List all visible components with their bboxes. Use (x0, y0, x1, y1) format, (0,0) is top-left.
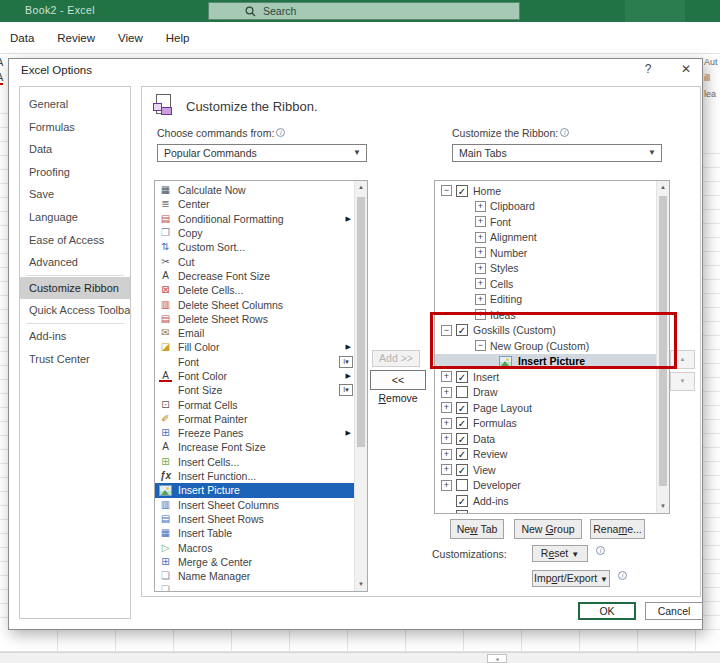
expand-icon[interactable]: + (475, 278, 486, 289)
command-item[interactable]: ❏ (155, 583, 354, 592)
sidebar-item-formulas[interactable]: Formulas (20, 116, 130, 139)
move-up-button[interactable]: ▲ (670, 350, 695, 369)
command-item-copy[interactable]: ❐Copy (155, 226, 354, 240)
command-item-format-cells[interactable]: ⊡Format Cells (155, 397, 354, 411)
checkbox-checked[interactable]: ✓ (456, 448, 468, 460)
collapse-icon[interactable]: − (475, 340, 486, 351)
command-item-calculate-now[interactable]: ▦Calculate Now (155, 183, 354, 197)
command-item-macros[interactable]: ▷Macros (155, 540, 354, 554)
tree-item-ideas[interactable]: +Ideas (435, 307, 656, 323)
checkbox-checked[interactable]: ✓ (456, 433, 468, 445)
expand-icon[interactable]: + (475, 309, 486, 320)
expand-icon[interactable]: + (441, 464, 452, 475)
command-item-font-size[interactable]: Font SizeΙ▾ (155, 383, 354, 397)
tree-item-clipboard[interactable]: +Clipboard (435, 199, 656, 215)
expand-icon[interactable]: + (441, 449, 452, 460)
tree-item-insert[interactable]: +✓Insert (435, 369, 656, 385)
scroll-thumb[interactable] (357, 197, 365, 447)
checkbox-unchecked[interactable] (456, 479, 468, 491)
checkbox-checked[interactable]: ✓ (456, 495, 468, 507)
tree-item-add-ins[interactable]: ✓Add-ins (435, 493, 656, 509)
tree-item-new-group-custom-[interactable]: −New Group (Custom) (435, 338, 656, 354)
tree-item-styles[interactable]: +Styles (435, 261, 656, 277)
sidebar-item-data[interactable]: Data (20, 138, 130, 161)
expand-icon[interactable]: + (441, 433, 452, 444)
sidebar-item-proofing[interactable]: Proofing (20, 161, 130, 184)
import-export-button[interactable]: Import/Export▼ (532, 570, 610, 587)
sidebar-item-trust-center[interactable]: Trust Center (20, 348, 130, 371)
sidebar-item-quick-access-toolbar[interactable]: Quick Access Toolbar (20, 299, 130, 322)
command-item-insert-function-[interactable]: ƒxInsert Function... (155, 469, 354, 483)
command-item-font-color[interactable]: AFont Color▶ (155, 369, 354, 383)
sidebar-item-add-ins[interactable]: Add-ins (20, 325, 130, 348)
checkbox-checked[interactable]: ✓ (456, 324, 468, 336)
tree-item-developer[interactable]: +Developer (435, 478, 656, 494)
menu-item-view[interactable]: View (118, 32, 143, 44)
expand-icon[interactable]: + (475, 216, 486, 227)
rename-button[interactable]: Rename... (590, 519, 645, 539)
command-item-cut[interactable]: ✂Cut (155, 254, 354, 268)
search-input[interactable]: Search (208, 2, 520, 20)
sheet-scroll-handle[interactable]: ◂ (487, 654, 507, 663)
command-item-insert-picture[interactable]: Insert Picture (155, 483, 354, 497)
command-item-freeze-panes[interactable]: ⊞Freeze Panes▶ (155, 426, 354, 440)
customize-ribbon-dropdown[interactable]: Main Tabs▼ (452, 144, 662, 162)
checkbox-unchecked[interactable] (456, 510, 468, 514)
sidebar-item-ease-of-access[interactable]: Ease of Access (20, 229, 130, 252)
tree-scrollbar[interactable]: ▲ ▼ (656, 181, 669, 513)
expand-icon[interactable]: + (441, 371, 452, 382)
command-item-delete-cells-[interactable]: ⊠Delete Cells... (155, 283, 354, 297)
command-item-email[interactable]: ✉Email (155, 326, 354, 340)
command-item-insert-sheet-rows[interactable]: ▤Insert Sheet Rows (155, 512, 354, 526)
checkbox-checked[interactable]: ✓ (456, 417, 468, 429)
checkbox-checked[interactable]: ✓ (456, 402, 468, 414)
sheet-scrollbar-strip[interactable]: ◂ (0, 652, 720, 663)
command-item-custom-sort-[interactable]: ⇅Custom Sort... (155, 240, 354, 254)
move-down-button[interactable]: ▼ (670, 372, 695, 391)
checkbox-checked[interactable]: ✓ (456, 464, 468, 476)
command-item-conditional-formatting[interactable]: ▤Conditional Formatting▶ (155, 212, 354, 226)
expand-icon[interactable]: + (475, 263, 486, 274)
expand-icon[interactable]: + (441, 418, 452, 429)
close-icon[interactable]: ✕ (678, 62, 694, 76)
tree-item-review[interactable]: +✓Review (435, 447, 656, 463)
sidebar-item-advanced[interactable]: Advanced (20, 251, 130, 274)
tree-item[interactable] (435, 509, 656, 515)
tree-item-draw[interactable]: +Draw (435, 385, 656, 401)
tree-item-cells[interactable]: +Cells (435, 276, 656, 292)
expand-icon[interactable]: + (475, 247, 486, 258)
scroll-up-icon[interactable]: ▲ (657, 181, 669, 194)
help-icon[interactable]: ? (640, 62, 656, 76)
menu-item-data[interactable]: Data (10, 32, 34, 44)
cancel-button[interactable]: Cancel (645, 602, 703, 620)
menu-item-help[interactable]: Help (166, 32, 190, 44)
ok-button[interactable]: OK (578, 602, 636, 620)
scroll-down-icon[interactable]: ▼ (657, 500, 669, 513)
checkbox-checked[interactable]: ✓ (456, 185, 468, 197)
checkbox-unchecked[interactable] (456, 386, 468, 398)
scroll-up-icon[interactable]: ▲ (355, 181, 367, 194)
sidebar-item-customize-ribbon[interactable]: Customize Ribbon (20, 277, 130, 300)
tree-item-data[interactable]: +✓Data (435, 431, 656, 447)
collapse-icon[interactable]: − (441, 325, 452, 336)
command-item-format-painter[interactable]: ✐Format Painter (155, 412, 354, 426)
tree-item-insert-picture[interactable]: Insert Picture (435, 354, 656, 370)
command-item-insert-table[interactable]: ▦Insert Table (155, 526, 354, 540)
new-group-button[interactable]: New Group (514, 519, 582, 539)
expand-icon[interactable]: + (441, 402, 452, 413)
command-item-delete-sheet-columns[interactable]: ▥Delete Sheet Columns (155, 297, 354, 311)
add-button[interactable]: Add >> (372, 350, 420, 367)
expand-icon[interactable]: + (475, 232, 486, 243)
sidebar-item-general[interactable]: General (20, 93, 130, 116)
expand-icon[interactable]: + (475, 294, 486, 305)
expand-icon[interactable]: + (475, 201, 486, 212)
new-tab-button[interactable]: New Tab (450, 519, 504, 539)
command-item-name-manager[interactable]: ❏Name Manager (155, 569, 354, 583)
collapse-icon[interactable]: − (441, 185, 452, 196)
tree-item-alignment[interactable]: +Alignment (435, 230, 656, 246)
sidebar-item-save[interactable]: Save (20, 183, 130, 206)
command-item-decrease-font-size[interactable]: ADecrease Font Size (155, 269, 354, 283)
command-item-fill-color[interactable]: ◪Fill Color▶ (155, 340, 354, 354)
expand-icon[interactable]: + (441, 480, 452, 491)
command-item-insert-sheet-columns[interactable]: ▥Insert Sheet Columns (155, 498, 354, 512)
